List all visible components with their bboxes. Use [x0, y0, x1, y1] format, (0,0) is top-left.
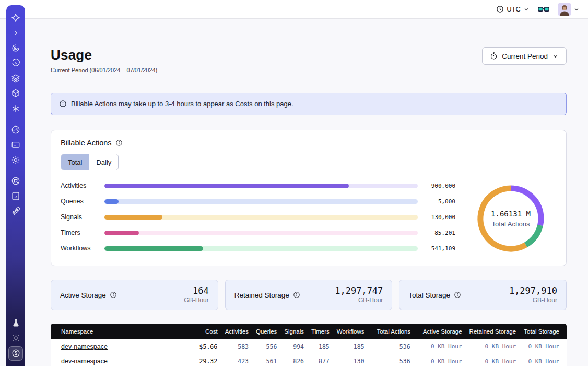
history-clock-icon — [11, 59, 20, 68]
info-icon[interactable] — [293, 291, 300, 299]
info-icon[interactable] — [110, 291, 117, 299]
timers-cell: 877 — [311, 354, 337, 366]
col-namespace: Namespace — [51, 324, 179, 339]
storage-card-unit: GB-Hour — [509, 296, 557, 304]
signals-cell: 826 — [284, 354, 311, 366]
queries-cell: 556 — [256, 339, 284, 354]
info-banner: Billable Actions may take up to 3-4 hour… — [51, 93, 567, 115]
bar-track — [104, 184, 418, 188]
bar-label: Activities — [61, 182, 104, 189]
donut-total-value: 1.66131 M — [491, 210, 531, 218]
bar-label: Workflows — [61, 245, 104, 252]
bar-row-workflows: Workflows 541,109 — [61, 245, 455, 252]
timezone-selector[interactable]: UTC — [496, 5, 530, 13]
chevron-down-icon — [573, 6, 580, 13]
storage-card-label: Active Storage — [60, 291, 106, 299]
bar-track — [104, 231, 418, 235]
sidebar-item-labs[interactable] — [6, 315, 25, 330]
card-icon — [11, 140, 20, 150]
table-row: dev-namespace $5.66 583 556 994 185 185 … — [51, 339, 567, 354]
retained-storage-cell: 0 KB-Hour — [469, 354, 524, 366]
storage-card-value: 164 — [184, 286, 208, 296]
sidebar-nav — [6, 5, 25, 366]
chevron-down-icon — [523, 6, 530, 13]
activities-cell: 423 — [225, 354, 256, 366]
signals-cell: 994 — [284, 339, 311, 354]
sidebar-item-expand[interactable] — [6, 25, 25, 40]
sidebar-item-layers[interactable] — [6, 71, 25, 86]
sidebar-item-home[interactable] — [6, 10, 25, 25]
queries-cell: 561 — [256, 354, 284, 366]
bar-fill — [104, 246, 203, 251]
chart-mode-tabs: Total Daily — [61, 154, 119, 170]
billable-actions-title: Billable Actions — [61, 139, 112, 147]
namespace-link[interactable]: dev-namespace — [61, 343, 108, 350]
period-selector-button[interactable]: Current Period — [482, 47, 567, 65]
bar-value: 900,000 — [418, 182, 455, 189]
cube-icon — [11, 89, 20, 98]
sidebar-item-settings[interactable] — [6, 152, 25, 167]
col-queries: Queries — [256, 324, 284, 339]
bar-fill — [104, 184, 349, 188]
clock-icon — [496, 5, 504, 13]
timers-cell: 185 — [311, 339, 337, 354]
sidebar-item-plans[interactable] — [6, 137, 25, 152]
bar-track — [104, 215, 418, 220]
info-icon[interactable] — [454, 291, 461, 299]
period-label: Current Period — [502, 52, 548, 60]
sidebar-item-schedules[interactable] — [6, 55, 25, 71]
sidebar-item-nexus[interactable] — [6, 101, 25, 116]
flask-icon — [11, 318, 20, 327]
info-icon[interactable] — [115, 139, 123, 146]
gear-icon — [11, 155, 20, 165]
chevron-down-icon — [552, 53, 559, 60]
sidebar-item-billing[interactable] — [6, 346, 25, 361]
spiral-icon — [11, 43, 20, 53]
life-ring-icon — [11, 176, 20, 186]
account-menu[interactable] — [558, 3, 580, 16]
sidebar-item-getting-started[interactable] — [6, 203, 25, 219]
storage-card-unit: GB-Hour — [184, 296, 208, 304]
timezone-label: UTC — [507, 5, 521, 13]
retained-storage-cell: 0 KB-Hour — [469, 339, 524, 354]
total-actions-cell: 536 — [372, 354, 418, 366]
col-workflows: Workflows — [337, 324, 372, 339]
bar-row-signals: Signals 130,000 — [61, 213, 455, 221]
labs-glasses-button[interactable] — [538, 5, 549, 14]
main-content: Usage Current Period (06/01/2024 – 07/01… — [25, 19, 588, 366]
active-storage-cell: 0 KB-Hour — [418, 339, 469, 354]
sidebar-item-support[interactable] — [6, 173, 25, 188]
sidebar-item-theme[interactable] — [6, 330, 25, 346]
top-bar: UTC — [0, 0, 588, 19]
storage-card-label: Total Storage — [408, 291, 450, 299]
book-icon — [11, 191, 20, 201]
dollar-coin-icon — [11, 349, 20, 358]
workflows-cell: 185 — [337, 339, 372, 354]
storage-card-unit: GB-Hour — [335, 296, 383, 304]
col-timers: Timers — [311, 324, 337, 339]
sidebar-divider — [6, 170, 25, 170]
total-storage-card: Total Storage 1,297,910 GB-Hour — [399, 280, 567, 310]
info-icon — [59, 100, 67, 108]
total-actions-donut-chart: 1.66131 M Total Actions — [469, 182, 552, 255]
gauge-icon — [11, 125, 20, 134]
tab-total[interactable]: Total — [61, 154, 89, 170]
col-total-storage: Total Storage — [523, 324, 567, 339]
sidebar-item-usage[interactable] — [6, 122, 25, 137]
avatar — [558, 3, 571, 16]
sun-icon — [11, 334, 20, 342]
bar-fill — [104, 199, 119, 204]
page-title: Usage — [51, 47, 157, 63]
table-row: dev-namespace 29.32 423 561 826 877 130 … — [51, 354, 567, 366]
namespace-link[interactable]: dev-namespace — [61, 358, 108, 365]
bar-value: 130,000 — [418, 214, 455, 221]
activities-cell: 583 — [225, 339, 256, 354]
tab-daily[interactable]: Daily — [89, 154, 118, 170]
sidebar-item-namespaces[interactable] — [6, 40, 25, 55]
cost-cell: 29.32 — [179, 354, 225, 366]
bar-fill — [104, 231, 139, 235]
total-actions-cell: 536 — [372, 339, 418, 354]
sidebar-item-deployments[interactable] — [6, 86, 25, 101]
banner-text: Billable Actions may take up to 3-4 hour… — [71, 100, 293, 108]
sidebar-item-docs[interactable] — [6, 188, 25, 203]
